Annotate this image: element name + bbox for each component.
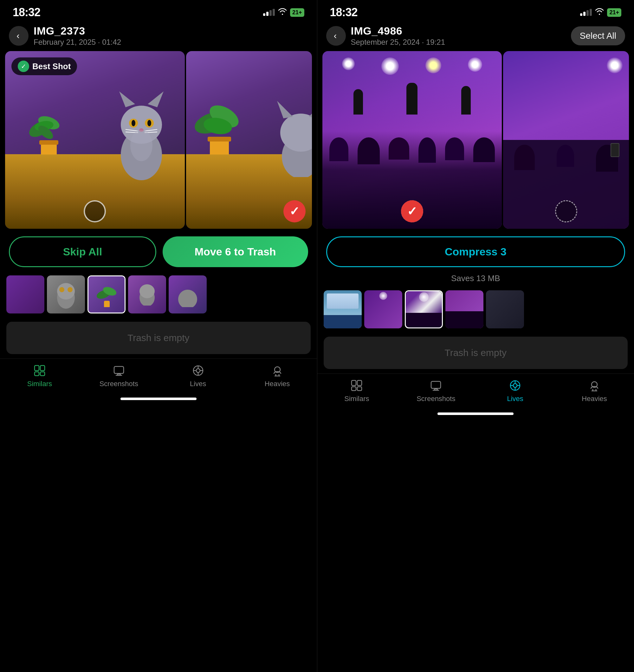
- right-screenshots-icon: [428, 379, 444, 392]
- right-phone: 18:32 21+: [317, 0, 634, 672]
- left-time: 18:32: [13, 6, 40, 19]
- best-shot-badge: ✓ Best Shot: [11, 57, 77, 75]
- right-header: ‹ IMG_4986 September 25, 2024 · 19:21 Se…: [317, 22, 634, 51]
- left-wifi-icon: [278, 8, 287, 17]
- svg-point-40: [178, 290, 197, 307]
- right-status-bar: 18:32 21+: [317, 0, 634, 22]
- right-tab-heavies[interactable]: Heavies: [555, 379, 634, 403]
- left-image-selected[interactable]: ✓ Best Shot: [5, 51, 185, 229]
- right-time: 18:32: [330, 6, 358, 19]
- right-back-button[interactable]: ‹: [326, 26, 346, 46]
- right-thumb-5[interactable]: [486, 290, 524, 328]
- screenshots-icon: [111, 364, 127, 377]
- svg-rect-25: [208, 137, 231, 141]
- left-back-button[interactable]: ‹: [9, 26, 28, 46]
- right-thumb-2[interactable]: [364, 290, 402, 328]
- svg-marker-10: [148, 91, 164, 107]
- left-select-check-2[interactable]: ✓: [284, 200, 306, 223]
- left-similars-label: Similars: [27, 380, 52, 388]
- checkmark-icon: ✓: [289, 204, 299, 218]
- svg-rect-43: [34, 372, 39, 376]
- select-all-button[interactable]: Select All: [571, 26, 625, 45]
- right-header-title: IMG_4986: [351, 25, 566, 37]
- right-lives-icon: [507, 379, 523, 392]
- right-select-circle-2[interactable]: [555, 200, 577, 223]
- left-header-title: IMG_2373: [33, 25, 308, 37]
- right-thumbnail-strip: [317, 287, 634, 333]
- left-screenshots-label: Screenshots: [100, 380, 138, 388]
- right-tab-screenshots[interactable]: Screenshots: [396, 379, 476, 403]
- svg-point-14: [147, 120, 151, 126]
- svg-rect-58: [351, 380, 356, 386]
- svg-point-20: [130, 130, 152, 161]
- svg-point-32: [57, 283, 75, 300]
- right-similars-label: Similars: [344, 395, 369, 403]
- heavies-icon: [269, 364, 286, 377]
- left-tab-heavies[interactable]: Heavies: [238, 364, 317, 388]
- right-tab-bar: Similars Screenshots: [317, 373, 634, 411]
- right-tab-similars[interactable]: Similars: [317, 379, 396, 403]
- svg-marker-9: [119, 91, 135, 107]
- svg-rect-62: [431, 381, 441, 388]
- svg-rect-42: [40, 366, 45, 371]
- left-header: ‹ IMG_2373 February 21, 2025 · 01:42: [0, 22, 317, 51]
- move-to-trash-button[interactable]: Move 6 to Trash: [163, 236, 308, 267]
- right-action-buttons: Compress 3: [317, 229, 634, 272]
- thumb-4[interactable]: [128, 275, 166, 314]
- right-trash-section: Trash is empty: [324, 337, 628, 369]
- right-thumb-1[interactable]: [324, 290, 362, 328]
- svg-rect-41: [34, 366, 39, 371]
- svg-point-49: [196, 369, 200, 372]
- left-status-icons: 21+: [263, 8, 304, 17]
- right-heavies-icon: [586, 379, 603, 392]
- left-tab-similars[interactable]: Similars: [0, 364, 79, 388]
- left-battery-badge: 21+: [290, 8, 304, 17]
- right-thumb-4[interactable]: [445, 290, 483, 328]
- right-screenshots-label: Screenshots: [417, 395, 455, 403]
- right-select-check[interactable]: ✓: [401, 200, 423, 223]
- svg-point-66: [513, 384, 517, 387]
- right-trash-label: Trash is empty: [444, 347, 507, 358]
- similars-icon: [31, 364, 48, 377]
- svg-point-33: [59, 287, 64, 292]
- left-trash-label: Trash is empty: [127, 332, 190, 343]
- left-select-circle-1[interactable]: [84, 200, 106, 223]
- svg-marker-29: [277, 101, 293, 118]
- svg-rect-59: [357, 380, 362, 386]
- left-signal-icon: [263, 9, 275, 16]
- svg-rect-44: [40, 372, 45, 376]
- svg-rect-60: [351, 387, 356, 391]
- right-similars-icon: [348, 379, 365, 392]
- right-thumb-3[interactable]: [405, 290, 443, 328]
- left-main-images: ✓ Best Shot: [0, 51, 317, 229]
- right-signal-icon: [580, 9, 592, 16]
- left-tab-bar: Similars Screenshots: [0, 358, 317, 396]
- skip-all-button[interactable]: Skip All: [9, 236, 156, 267]
- left-heavies-label: Heavies: [265, 380, 290, 388]
- svg-rect-61: [357, 387, 362, 391]
- right-tab-lives[interactable]: Lives: [476, 379, 555, 403]
- svg-point-34: [68, 287, 73, 292]
- right-image-unselected[interactable]: [503, 51, 629, 229]
- right-main-images: ✓: [317, 51, 634, 229]
- compress-button[interactable]: Compress 3: [326, 236, 626, 267]
- right-home-indicator: [437, 413, 514, 415]
- left-trash-section: Trash is empty: [6, 322, 311, 354]
- thumb-1[interactable]: [6, 275, 44, 314]
- thumb-5[interactable]: [169, 275, 207, 314]
- left-image-unselected[interactable]: ✓: [186, 51, 312, 229]
- best-shot-label: Best Shot: [32, 62, 71, 71]
- svg-point-39: [140, 284, 155, 298]
- right-wifi-icon: [595, 8, 604, 17]
- right-header-info: IMG_4986 September 25, 2024 · 19:21: [351, 25, 566, 47]
- thumb-3[interactable]: [88, 275, 125, 314]
- thumb-2[interactable]: [47, 275, 85, 314]
- left-tab-lives[interactable]: Lives: [158, 364, 238, 388]
- svg-rect-37: [104, 301, 110, 307]
- right-image-selected[interactable]: ✓: [322, 51, 502, 229]
- right-status-icons: 21+: [580, 8, 621, 17]
- left-tab-screenshots[interactable]: Screenshots: [79, 364, 158, 388]
- left-header-info: IMG_2373 February 21, 2025 · 01:42: [33, 25, 308, 47]
- saves-info: Saves 13 MB: [317, 272, 634, 287]
- left-back-arrow-icon: ‹: [17, 31, 19, 41]
